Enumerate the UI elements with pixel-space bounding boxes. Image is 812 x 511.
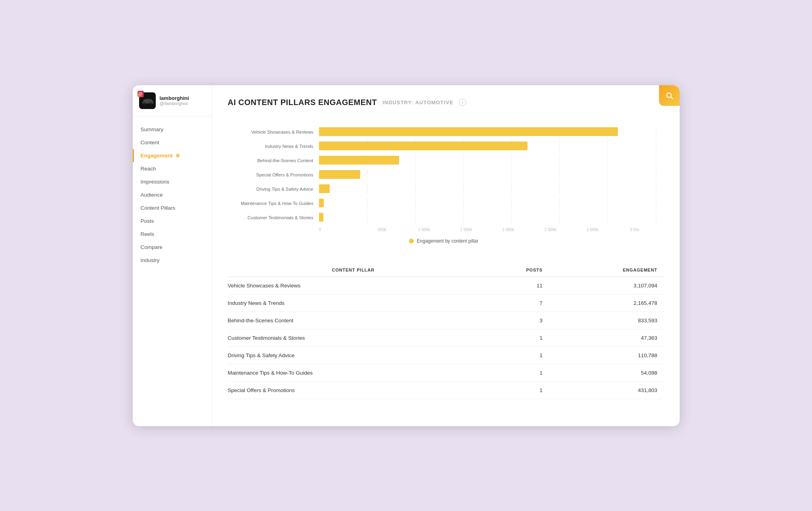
chart-bar-area (319, 197, 656, 209)
table-cell-posts: 11 (485, 277, 549, 295)
axis-label: 500k (361, 228, 403, 232)
chart-bar-row: Maintenance Tips & How-To Guides (232, 197, 656, 209)
svg-point-5 (149, 102, 152, 105)
grid-line (415, 197, 416, 209)
sidebar-item-engagement[interactable]: Engagement ⚙ (133, 149, 212, 162)
col-header-engagement: ENGAGEMENT (549, 264, 664, 277)
axis-label: 1 000k (403, 228, 445, 232)
chart-bar-fill (319, 156, 399, 165)
grid-line (415, 183, 416, 195)
chart-bar-label: Industry News & Trends (232, 144, 319, 149)
chart-bar-label: Driving Tips & Safety Advice (232, 187, 319, 191)
grid-line (559, 155, 560, 167)
sidebar-item-posts[interactable]: Posts (133, 214, 212, 228)
chart-bar-fill (319, 142, 527, 150)
table-row: Driving Tips & Safety Advice1110,788 (228, 346, 664, 364)
page-header: AI CONTENT PILLARS ENGAGEMENT INDUSTRY: … (228, 98, 664, 107)
app-container: lamborghini @/lamborghini Summary Conten… (133, 85, 680, 426)
table-cell-posts: 1 (485, 346, 549, 364)
chart-legend: Engagement by content pillar (232, 238, 656, 244)
sidebar-item-audience[interactable]: Audience (133, 188, 212, 201)
col-header-pillar: CONTENT PILLAR (228, 264, 485, 277)
table-cell-posts: 1 (485, 364, 549, 381)
grid-line (415, 155, 416, 167)
table-cell-pillar: Customer Testimonials & Stories (228, 329, 485, 346)
sidebar-item-compare[interactable]: Compare (133, 241, 212, 254)
chart-bar-label: Customer Testimonials & Stories (232, 215, 319, 220)
grid-line (559, 212, 560, 224)
chart-bar-label: Behind-the-Scenes Content (232, 158, 319, 163)
table-row: Special Offers & Promotions1431,803 (228, 381, 664, 399)
grid-line (511, 169, 512, 181)
svg-point-4 (143, 102, 145, 105)
grid-line (559, 169, 560, 181)
avatar (139, 92, 156, 109)
grid-line (367, 197, 367, 209)
sidebar-item-impressions[interactable]: Impressions (133, 175, 212, 188)
grid-line (656, 169, 656, 181)
grid-line (608, 183, 608, 195)
search-button[interactable] (659, 85, 680, 106)
sidebar-item-content-pillars[interactable]: Content Pillars (133, 201, 212, 214)
chart-bar-fill (319, 127, 618, 136)
chart-bar-label: Maintenance Tips & How-To Guides (232, 201, 319, 206)
chart-bar-row: Driving Tips & Safety Advice (232, 183, 656, 195)
chart-bar-fill (319, 213, 324, 222)
axis-label: 3 000k (571, 228, 613, 232)
table-cell-pillar: Special Offers & Promotions (228, 381, 485, 399)
bar-chart: Vehicle Showcases & ReviewsIndustry News… (232, 126, 656, 226)
grid-line (415, 169, 416, 181)
chart-bar-area (319, 126, 656, 138)
search-icon (665, 92, 673, 100)
table-cell-pillar: Vehicle Showcases & Reviews (228, 277, 485, 295)
table-cell-pillar: Industry News & Trends (228, 294, 485, 312)
info-icon[interactable]: i (459, 99, 466, 106)
grid-line (463, 212, 464, 224)
chart-bar-label: Vehicle Showcases & Reviews (232, 130, 319, 134)
chart-bar-area (319, 140, 656, 152)
axis-label: 0 (319, 228, 361, 232)
table-cell-engagement: 833,593 (549, 312, 664, 329)
table-row: Customer Testimonials & Stories147,363 (228, 329, 664, 346)
chart-bar-row: Industry News & Trends (232, 140, 656, 152)
table-row: Vehicle Showcases & Reviews113,107,094 (228, 277, 664, 295)
legend-dot (409, 239, 414, 243)
axis-label: 1 500k (445, 228, 487, 232)
table-cell-posts: 3 (485, 312, 549, 329)
grid-line (559, 183, 560, 195)
chart-bar-fill (319, 184, 330, 193)
grid-line (656, 140, 656, 152)
grid-line (559, 197, 560, 209)
table-header-row: CONTENT PILLAR POSTS ENGAGEMENT (228, 264, 664, 277)
grid-line (608, 212, 608, 224)
grid-line (463, 197, 464, 209)
table-cell-posts: 1 (485, 329, 549, 346)
sidebar-item-summary[interactable]: Summary (133, 123, 212, 136)
table-cell-posts: 1 (485, 381, 549, 399)
profile-section: lamborghini @/lamborghini (133, 85, 212, 117)
chart-bar-row: Vehicle Showcases & Reviews (232, 126, 656, 138)
industry-badge: INDUSTRY: AUTOMOTIVE (382, 100, 453, 105)
grid-line (367, 212, 367, 224)
grid-line (463, 155, 464, 167)
grid-line (656, 212, 656, 224)
svg-rect-0 (139, 92, 142, 96)
table-cell-engagement: 110,788 (549, 346, 664, 364)
sidebar-item-content[interactable]: Content (133, 136, 212, 149)
grid-line (415, 212, 416, 224)
axis-label: 2 500k (529, 228, 571, 232)
table-row: Maintenance Tips & How-To Guides154,098 (228, 364, 664, 381)
axis-label: 2 000k (487, 228, 529, 232)
sidebar-item-industry[interactable]: Industry (133, 254, 212, 267)
grid-line (656, 155, 656, 167)
sidebar: lamborghini @/lamborghini Summary Conten… (133, 85, 212, 426)
bar-chart-container: Vehicle Showcases & ReviewsIndustry News… (228, 118, 664, 248)
sidebar-item-reach[interactable]: Reach (133, 162, 212, 175)
grid-line (463, 183, 464, 195)
chart-bar-area (319, 212, 656, 224)
sidebar-item-reels[interactable]: Reels (133, 228, 212, 241)
main-content: AI CONTENT PILLARS ENGAGEMENT INDUSTRY: … (212, 85, 680, 426)
table-cell-engagement: 3,107,094 (549, 277, 664, 295)
grid-line (463, 169, 464, 181)
table-row: Industry News & Trends72,165,478 (228, 294, 664, 312)
